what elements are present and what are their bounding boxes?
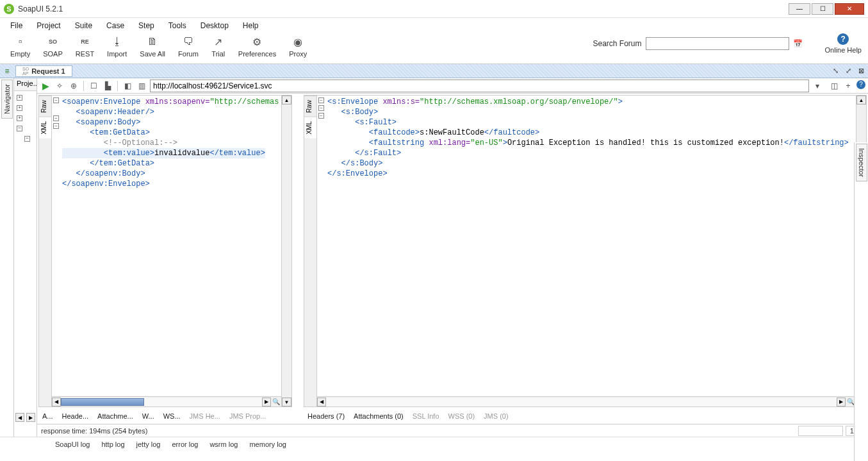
log-jetty[interactable]: jetty log — [136, 440, 161, 448]
req-bt-6[interactable]: JMS Prop... — [229, 412, 266, 420]
close-button[interactable]: ✕ — [835, 3, 864, 15]
menu-step[interactable]: Step — [132, 19, 161, 32]
dock-close-icon[interactable]: ⊠ — [855, 65, 867, 77]
scroll-left-icon[interactable]: ◀ — [52, 398, 61, 407]
req-hscroll[interactable]: ◀ ▶ 🔍 — [52, 396, 281, 407]
stop-button[interactable]: ☐ — [88, 80, 99, 92]
scroll-down-icon[interactable]: ▼ — [282, 398, 291, 407]
split-h-button[interactable]: ◫ — [828, 80, 840, 92]
log-soapui[interactable]: SoapUI log — [55, 440, 90, 448]
dock-max-icon[interactable]: ⤢ — [842, 65, 854, 77]
project-tree-panel: Proje... + + + − − ◀ ▶ — [14, 78, 37, 437]
magic-button[interactable]: ✧ — [54, 80, 65, 92]
online-help[interactable]: ? Online Help — [825, 33, 862, 54]
req-bt-5[interactable]: JMS He... — [190, 412, 220, 420]
assert-button[interactable]: ▙ — [102, 80, 113, 92]
menu-case[interactable]: Case — [100, 19, 131, 32]
menu-suite[interactable]: Suite — [69, 19, 99, 32]
menu-project[interactable]: Project — [30, 19, 67, 32]
request-tab[interactable]: SO AP Request 1 — [15, 65, 72, 77]
resp-tab-raw[interactable]: Raw — [304, 96, 316, 117]
minimize-button[interactable]: — — [789, 3, 810, 15]
resp-bt-4[interactable]: JMS (0) — [484, 412, 509, 420]
soap-icon: SO — [45, 35, 60, 49]
tree-expander[interactable]: − — [17, 126, 22, 131]
log-wsrm[interactable]: wsrm log — [209, 440, 238, 448]
newwin-button[interactable]: + — [842, 80, 854, 92]
tree-expander[interactable]: + — [17, 115, 22, 121]
tool2-button[interactable]: ▥ — [136, 80, 147, 92]
navigator-toggle[interactable]: Navigator — [1, 80, 13, 119]
scroll-right-icon[interactable]: ▶ — [262, 398, 271, 407]
log-memory[interactable]: memory log — [249, 440, 286, 448]
tree-expander[interactable]: + — [17, 105, 22, 111]
resp-bt-0[interactable]: Headers (7) — [307, 412, 345, 420]
tree-scroll-right[interactable]: ▶ — [26, 413, 35, 422]
log-http[interactable]: http log — [101, 440, 124, 448]
url-dropdown[interactable]: ▾ — [812, 80, 823, 92]
scroll-up-icon[interactable]: ▲ — [282, 96, 291, 105]
tree-expander[interactable]: − — [24, 136, 30, 142]
status-box-empty — [798, 426, 843, 436]
menu-help[interactable]: Help — [236, 19, 265, 32]
menu-tools[interactable]: Tools — [162, 19, 193, 32]
forum-icon: 🗨 — [181, 35, 195, 49]
req-bt-3[interactable]: W... — [142, 412, 154, 420]
tb-preferences[interactable]: ⚙Preferences — [234, 33, 280, 59]
scroll-left-icon[interactable]: ◀ — [317, 398, 326, 407]
menu-bar: File Project Suite Case Step Tools Deskt… — [0, 18, 868, 33]
tool1-button[interactable]: ◧ — [122, 80, 133, 92]
resp-tab-xml[interactable]: XML — [304, 117, 316, 138]
tree-scroll-left[interactable]: ◀ — [15, 413, 24, 422]
tb-forum[interactable]: 🗨Forum — [174, 33, 202, 59]
search-forum-input[interactable] — [646, 37, 789, 50]
add-button[interactable]: ⊕ — [68, 80, 79, 92]
req-bt-2[interactable]: Attachme... — [97, 412, 133, 420]
tb-saveall[interactable]: 🗎Save All — [136, 33, 169, 59]
scroll-right-icon[interactable]: ▶ — [837, 398, 846, 407]
log-error[interactable]: error log — [172, 440, 198, 448]
app-icon: S — [4, 4, 14, 14]
tree-expander[interactable]: + — [17, 95, 22, 101]
tb-proxy[interactable]: ◉Proxy — [285, 33, 311, 59]
tb-empty[interactable]: ▫Empty — [6, 33, 34, 59]
response-xml-viewer[interactable]: − − − <s:Envelope xmlns:s="http://schema… — [317, 96, 856, 396]
inspector-toggle[interactable]: Inspector — [856, 144, 867, 181]
req-tab-raw[interactable]: Raw — [39, 96, 51, 117]
req-bt-1[interactable]: Heade... — [62, 412, 89, 420]
maximize-button[interactable]: ☐ — [812, 3, 833, 15]
search-icon[interactable]: 🔍 — [271, 398, 281, 407]
search-forum-area: Search Forum 📅 — [593, 37, 803, 50]
inspector-strip: Inspector — [854, 142, 868, 461]
resp-bt-1[interactable]: Attachments (0) — [354, 412, 404, 420]
request-xml-editor[interactable]: − − − <soapenv:Envelope xmlns:soapenv="h… — [52, 96, 281, 396]
tree-header: Proje... — [14, 78, 37, 91]
tb-import[interactable]: ⭳Import — [103, 33, 131, 59]
resp-bt-2[interactable]: SSL Info — [413, 412, 439, 420]
soap-badge-icon: SO AP — [22, 67, 29, 76]
gear-icon: ⚙ — [250, 35, 264, 49]
req-vscroll[interactable]: ▲ ▼ — [281, 96, 291, 407]
tb-trial[interactable]: ↗Trial — [208, 33, 229, 59]
endpoint-input[interactable] — [150, 80, 809, 92]
menu-file[interactable]: File — [4, 19, 29, 32]
dock-min-icon[interactable]: ⤡ — [830, 65, 841, 77]
req-bt-0[interactable]: A... — [42, 412, 53, 420]
resp-bt-3[interactable]: WSS (0) — [448, 412, 475, 420]
splitter[interactable] — [293, 94, 302, 424]
tb-soap[interactable]: SOSOAP — [39, 33, 67, 59]
list-icon[interactable]: ≡ — [1, 65, 13, 77]
online-help-label: Online Help — [825, 46, 862, 54]
calendar-icon[interactable]: 📅 — [793, 38, 803, 49]
tb-rest[interactable]: REREST — [72, 33, 98, 59]
resp-hscroll[interactable]: ◀ ▶ 🔍 — [317, 396, 856, 407]
trial-icon: ↗ — [211, 35, 225, 49]
req-tab-xml[interactable]: XML — [39, 117, 51, 138]
menu-desktop[interactable]: Desktop — [194, 19, 235, 32]
run-button[interactable]: ▶ — [40, 80, 51, 92]
empty-icon: ▫ — [13, 35, 28, 49]
scroll-up-icon[interactable]: ▲ — [856, 96, 866, 105]
req-bt-4[interactable]: WS... — [163, 412, 181, 420]
req-help-button[interactable]: ? — [856, 80, 865, 89]
window-title: SoapUI 5.2.1 — [18, 4, 789, 13]
